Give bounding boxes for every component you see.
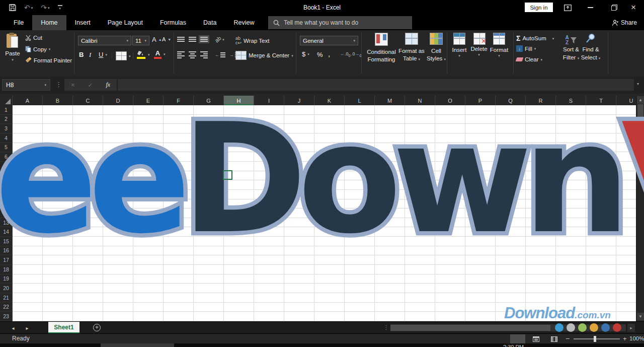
page-break-view-button[interactable] [546, 334, 561, 343]
borders-button[interactable]: ▾ [116, 51, 131, 60]
select-all-corner[interactable] [0, 96, 13, 105]
row-header-15[interactable]: 15 [0, 237, 12, 246]
tab-insert[interactable]: Insert [66, 15, 99, 30]
increase-font-size-button[interactable]: A▲ [152, 36, 162, 43]
row-header-8[interactable]: 8 [0, 171, 12, 180]
row-header-11[interactable]: 11 [0, 199, 12, 209]
italic-button[interactable]: I [89, 51, 91, 59]
zoom-slider-handle[interactable] [594, 336, 596, 342]
row-header-16[interactable]: 16 [0, 246, 12, 256]
format-painter-button[interactable]: Format Painter [25, 57, 72, 63]
row-header-14[interactable]: 14 [0, 227, 12, 237]
column-header-C[interactable]: C [73, 96, 103, 105]
next-sheet-icon[interactable]: ▸ [23, 322, 31, 334]
row-header-10[interactable]: 10 [0, 190, 12, 199]
column-header-D[interactable]: D [103, 96, 133, 105]
merge-center-button[interactable]: Merge & Center ▾ [235, 51, 293, 60]
align-middle-button[interactable] [189, 37, 196, 42]
percent-style-button[interactable]: % [317, 51, 323, 58]
row-header-13[interactable]: 13 [0, 218, 12, 228]
save-icon[interactable] [9, 4, 16, 11]
number-format-combo[interactable]: General▾ [300, 36, 358, 45]
row-header-6[interactable]: 6 [0, 152, 12, 162]
name-box[interactable]: H8 ▾ [2, 79, 50, 91]
enter-icon[interactable]: ✓ [88, 82, 93, 89]
conditional-formatting-button[interactable]: Conditional Formatting [365, 33, 397, 64]
bold-button[interactable]: B [79, 51, 84, 58]
restore-button[interactable] [607, 0, 622, 15]
row-header-9[interactable]: 9 [0, 180, 12, 190]
formula-input[interactable] [118, 79, 634, 91]
insert-function-button[interactable]: fx [106, 81, 110, 89]
formula-bar-expand-icon[interactable]: ▾ [637, 82, 639, 86]
column-header-T[interactable]: T [586, 96, 616, 105]
column-header-A[interactable]: A [13, 96, 43, 105]
decrease-font-size-button[interactable]: A▼ [162, 36, 171, 42]
decrease-indent-button[interactable]: ← [215, 52, 225, 57]
font-size-combo[interactable]: 11▾ [132, 36, 149, 45]
font-color-button[interactable]: A ▾ [154, 49, 166, 59]
row-header-5[interactable]: 5 [0, 143, 12, 153]
column-header-K[interactable]: K [314, 96, 345, 105]
comma-style-button[interactable]: , [328, 49, 330, 58]
cut-button[interactable]: Cut [25, 35, 42, 41]
tab-page-layout[interactable]: Page Layout [99, 15, 151, 30]
tab-home[interactable]: Home [32, 15, 66, 30]
sheet-tab-sheet1[interactable]: Sheet1 [48, 322, 79, 334]
column-header-S[interactable]: S [556, 96, 586, 105]
decrease-decimal-button[interactable]: .0→0 [351, 51, 362, 58]
column-header-B[interactable]: B [43, 96, 73, 105]
sign-in-button[interactable]: Sign in [525, 3, 553, 12]
zoom-out-button[interactable]: − [566, 334, 570, 342]
taskbar-app-button[interactable] [101, 343, 174, 347]
column-header-U[interactable]: U [616, 96, 636, 105]
column-header-E[interactable]: E [133, 96, 164, 105]
zoom-level[interactable]: 100% [629, 335, 644, 341]
row-header-18[interactable]: 18 [0, 265, 12, 274]
new-sheet-button[interactable]: + [93, 324, 101, 331]
tab-scroll-splitter[interactable]: ⋮ [383, 324, 389, 331]
fill-button[interactable]: ↓ Fill ▾ [516, 45, 536, 52]
format-as-table-button[interactable]: Format as Table ▾ [398, 33, 425, 63]
zoom-in-button[interactable]: + [623, 335, 627, 342]
delete-cells-button[interactable]: ✕ Delete ▾ [470, 33, 488, 56]
column-header-Q[interactable]: Q [496, 96, 526, 105]
underline-button[interactable]: U▾ [99, 51, 107, 58]
row-header-4[interactable]: 4 [0, 133, 12, 143]
cell-grid[interactable] [13, 105, 636, 321]
vertical-scrollbar[interactable]: ▲ ▼ [636, 96, 644, 321]
orientation-button[interactable]: ab ▾ [215, 36, 224, 42]
undo-button[interactable]: ↶▾ [24, 4, 33, 12]
customize-quick-access-button[interactable]: ▾ [58, 5, 62, 10]
previous-sheet-icon[interactable]: ◂ [9, 322, 17, 334]
column-header-H[interactable]: H [224, 96, 254, 105]
align-center-button[interactable] [189, 51, 196, 58]
cancel-icon[interactable]: × [71, 81, 75, 89]
wrap-text-button[interactable]: abc↩ Wrap Text [235, 36, 269, 45]
row-header-23[interactable]: 23 [0, 312, 12, 321]
column-header-F[interactable]: F [164, 96, 194, 105]
row-header-3[interactable]: 3 [0, 124, 12, 133]
align-left-button[interactable] [177, 51, 185, 58]
column-header-O[interactable]: O [435, 96, 465, 105]
column-header-L[interactable]: L [345, 96, 375, 105]
clear-button[interactable]: Clear ▾ [516, 56, 542, 62]
formula-bar-handle[interactable]: ⋮ [55, 81, 62, 88]
tab-formulas[interactable]: Formulas [151, 15, 195, 30]
row-header-17[interactable]: 17 [0, 255, 12, 265]
scroll-up-icon[interactable]: ▲ [637, 96, 644, 104]
row-header-21[interactable]: 21 [0, 293, 12, 303]
align-right-button[interactable] [200, 51, 208, 58]
column-header-J[interactable]: J [284, 96, 314, 105]
tab-review[interactable]: Review [225, 15, 263, 30]
copy-button[interactable]: Copy ▾ [25, 46, 50, 52]
selected-cell[interactable] [223, 170, 232, 180]
row-header-19[interactable]: 19 [0, 274, 12, 284]
row-header-20[interactable]: 20 [0, 284, 12, 293]
redo-button[interactable]: ↷▾ [41, 4, 49, 12]
insert-cells-button[interactable]: Insert ▾ [451, 33, 468, 57]
vertical-scroll-thumb[interactable] [637, 104, 643, 162]
row-header-1[interactable]: 1 [0, 105, 12, 115]
column-header-M[interactable]: M [375, 96, 405, 105]
autosum-button[interactable]: Σ AutoSum ▾ [516, 34, 554, 42]
